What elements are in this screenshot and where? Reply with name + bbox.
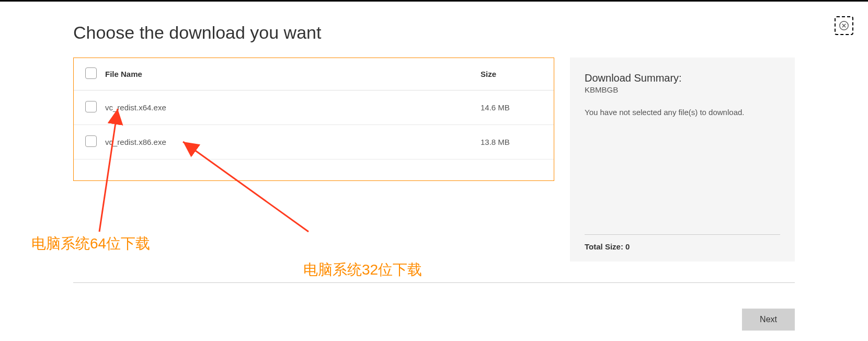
table-row: vc_redist.x64.exe 14.6 MB xyxy=(74,90,554,125)
summary-message: You have not selected any file(s) to dow… xyxy=(585,108,780,234)
divider xyxy=(73,282,795,283)
file-name-cell: vc_redist.x86.exe xyxy=(105,125,481,160)
summary-total: Total Size: 0 xyxy=(585,234,780,251)
downloads-table: File Name Size vc_redist.x64.exe 14.6 MB xyxy=(74,58,554,160)
col-file-name: File Name xyxy=(105,58,481,90)
download-summary-panel: Download Summary: KBMBGB You have not se… xyxy=(570,58,795,262)
page-title: Choose the download you want xyxy=(73,22,795,43)
summary-title: Download Summary: xyxy=(585,72,780,84)
table-row: vc_redist.x86.exe 13.8 MB xyxy=(74,125,554,160)
select-all-checkbox[interactable] xyxy=(85,67,97,79)
file-size-cell: 14.6 MB xyxy=(481,90,554,125)
row-checkbox[interactable] xyxy=(85,135,97,147)
file-name-cell: vc_redist.x64.exe xyxy=(105,90,481,125)
summary-subtitle: KBMBGB xyxy=(585,85,780,94)
downloads-table-wrap: File Name Size vc_redist.x64.exe 14.6 MB xyxy=(73,58,554,181)
col-size: Size xyxy=(481,58,554,90)
file-size-cell: 13.8 MB xyxy=(481,125,554,160)
next-button[interactable]: Next xyxy=(742,309,795,331)
row-checkbox[interactable] xyxy=(85,101,97,112)
